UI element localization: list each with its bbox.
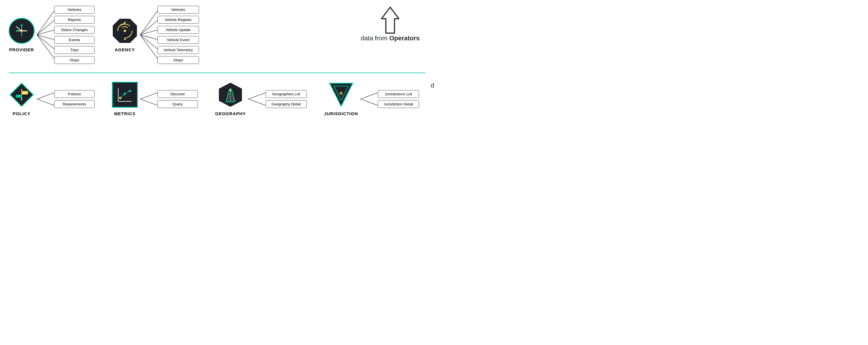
svg-line-6 xyxy=(37,11,54,35)
metrics-group: METRICS Discover Query xyxy=(112,82,198,116)
policy-item-0: Policies xyxy=(54,90,95,98)
agency-item-3: Vehicle Event xyxy=(157,36,199,44)
provider-item-4: Trips xyxy=(54,46,95,54)
data-from-operators-text: data from Operators xyxy=(361,35,420,42)
svg-point-4 xyxy=(17,30,19,32)
svg-point-3 xyxy=(21,30,23,32)
policy-label: POLICY xyxy=(13,111,31,116)
metrics-icon xyxy=(112,82,138,108)
operators-bold: Operators xyxy=(389,35,420,42)
provider-connector-svg xyxy=(37,6,54,64)
agency-connector-svg xyxy=(140,6,157,64)
metrics-label: METRICS xyxy=(114,111,136,116)
svg-line-51 xyxy=(361,99,378,105)
provider-item-0: Vehicles xyxy=(54,6,95,13)
data-from-cities: data from Cities xyxy=(419,82,434,121)
agency-label: AGENCY xyxy=(115,47,135,52)
metrics-node: METRICS xyxy=(112,82,138,116)
agency-item-1: Vehicle Register xyxy=(157,16,199,24)
geography-item-1: Geography Detail xyxy=(266,100,307,108)
geography-item-0: Geographies List xyxy=(266,90,307,98)
svg-point-43 xyxy=(230,89,231,91)
agency-items: Vehicles Vehicle Register Vehicle Update… xyxy=(157,6,199,64)
jurisdiction-node: JURISDICTION xyxy=(324,82,358,116)
provider-icon-svg xyxy=(13,23,30,39)
svg-marker-22 xyxy=(381,7,399,33)
svg-rect-27 xyxy=(16,95,22,98)
data-from-operators: data from Operators xyxy=(349,6,425,42)
geography-connector-svg xyxy=(248,88,266,111)
policy-group: POLICY Policies Requirements xyxy=(9,82,95,116)
provider-connector xyxy=(37,6,54,64)
agency-item-4: Vehicle Telemetry xyxy=(157,46,199,54)
geography-node: GEOGRAPHY xyxy=(215,82,246,116)
jurisdiction-icon-svg xyxy=(328,82,354,108)
provider-item-3: Events xyxy=(54,36,95,44)
svg-line-16 xyxy=(140,11,157,35)
agency-item-5: Stops xyxy=(157,56,199,64)
bottom-section: POLICY Policies Requirements xyxy=(9,82,425,121)
geography-icon xyxy=(217,82,243,108)
svg-line-50 xyxy=(361,93,378,99)
provider-item-5: Stops xyxy=(54,56,95,64)
metrics-icon-svg xyxy=(116,86,134,104)
agency-icon xyxy=(112,18,138,44)
provider-items: Vehicles Reports Status Changes Events T… xyxy=(54,6,95,64)
metrics-items: Discover Query xyxy=(157,90,198,108)
policy-connector-svg xyxy=(37,88,54,111)
agency-connector xyxy=(140,6,157,64)
policy-item-1: Requirements xyxy=(54,100,95,108)
metrics-item-1: Query xyxy=(157,100,198,108)
provider-item-2: Status Changes xyxy=(54,26,95,34)
agency-group: AGENCY Vehicles Vehicle Register Vehicle… xyxy=(112,6,199,64)
svg-line-37 xyxy=(140,99,157,105)
jurisdiction-items: Jurisdictions List Jurisdiction Detail xyxy=(378,90,419,108)
geography-connector xyxy=(248,88,266,111)
jurisdiction-connector xyxy=(361,88,378,111)
geography-group: GEOGRAPHY Geographies List Geography Det… xyxy=(215,82,307,116)
metrics-connector xyxy=(140,88,157,111)
svg-rect-25 xyxy=(22,91,28,95)
data-from-cities-text: data from Cities xyxy=(431,82,434,89)
arrow-up-icon xyxy=(380,6,400,35)
provider-label: PROVIDER xyxy=(9,47,34,52)
top-section: PROVIDER Vehicles Reports xyxy=(9,6,425,73)
jurisdiction-group: JURISDICTION Jurisdictions List Jurisdic… xyxy=(324,82,419,116)
svg-point-49 xyxy=(340,93,342,94)
policy-items: Policies Requirements xyxy=(54,90,95,108)
svg-line-8 xyxy=(37,30,54,35)
agency-item-2: Vehicle Update xyxy=(157,26,199,34)
agency-node: AGENCY xyxy=(112,18,138,52)
svg-point-13 xyxy=(124,30,126,32)
metrics-item-0: Discover xyxy=(157,90,198,98)
jurisdiction-connector-svg xyxy=(361,88,378,111)
jurisdiction-icon xyxy=(328,82,354,108)
svg-point-5 xyxy=(21,24,23,26)
svg-line-36 xyxy=(140,93,157,99)
agency-icon-svg xyxy=(112,18,138,44)
geography-label: GEOGRAPHY xyxy=(215,111,246,116)
jurisdiction-item-0: Jurisdictions List xyxy=(378,90,419,98)
agency-item-0: Vehicles xyxy=(157,6,199,13)
svg-line-45 xyxy=(248,99,266,105)
jurisdiction-label: JURISDICTION xyxy=(324,111,358,116)
policy-icon-svg xyxy=(9,82,35,108)
provider-icon xyxy=(9,18,35,44)
svg-line-44 xyxy=(248,93,266,99)
provider-node: PROVIDER xyxy=(9,18,35,52)
provider-group: PROVIDER Vehicles Reports xyxy=(9,6,95,64)
policy-connector xyxy=(37,88,54,111)
geography-icon-svg xyxy=(217,82,243,108)
policy-icon xyxy=(9,82,35,108)
svg-line-18 xyxy=(140,30,157,35)
policy-node: POLICY xyxy=(9,82,35,116)
jurisdiction-item-1: Jurisdiction Detail xyxy=(378,100,419,108)
main-container: PROVIDER Vehicles Reports xyxy=(0,0,434,172)
geography-items: Geographies List Geography Detail xyxy=(266,90,307,108)
provider-item-1: Reports xyxy=(54,16,95,24)
svg-line-30 xyxy=(37,99,54,105)
metrics-connector-svg xyxy=(140,88,157,111)
svg-line-29 xyxy=(37,93,54,99)
